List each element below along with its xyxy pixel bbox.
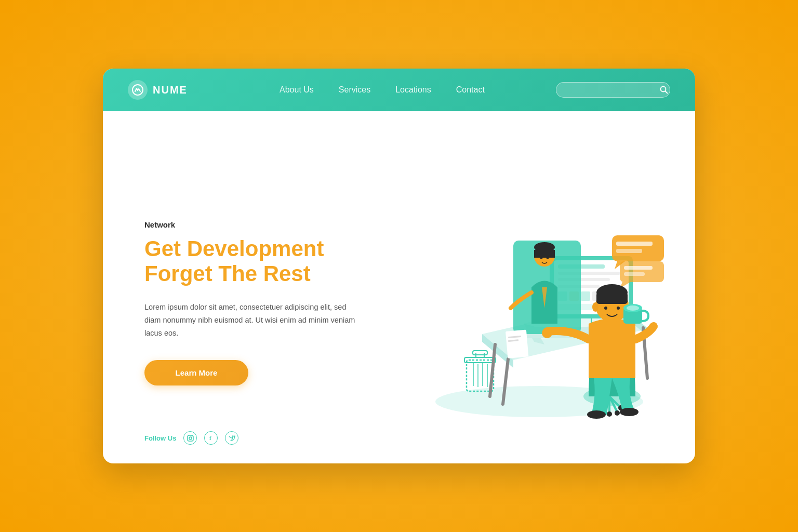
hero-illustration <box>394 168 664 438</box>
svg-point-60 <box>604 307 607 310</box>
svg-rect-59 <box>596 292 628 304</box>
svg-rect-40 <box>534 250 555 258</box>
main-card: NUME About Us Services Locations Contact… <box>103 69 695 463</box>
svg-point-41 <box>540 257 543 259</box>
svg-point-71 <box>189 437 192 440</box>
main-nav: About Us Services Locations Contact <box>219 85 546 95</box>
svg-rect-70 <box>188 435 193 441</box>
instagram-icon[interactable] <box>183 431 197 445</box>
headline: Get Development Forget The Rest <box>144 236 394 287</box>
logo-area: NUME <box>128 80 188 100</box>
svg-rect-35 <box>624 266 653 270</box>
svg-rect-34 <box>620 261 664 282</box>
svg-point-62 <box>592 302 598 312</box>
learn-more-button[interactable]: Learn More <box>144 360 248 385</box>
search-button[interactable] <box>660 86 668 94</box>
search-bar <box>556 82 670 98</box>
logo-icon <box>128 80 148 100</box>
svg-point-51 <box>607 411 612 417</box>
svg-point-61 <box>617 307 620 310</box>
svg-point-42 <box>547 257 549 259</box>
left-content: Network Get Development Forget The Rest … <box>144 220 394 386</box>
logo-text: NUME <box>153 84 188 96</box>
svg-rect-67 <box>506 330 528 358</box>
svg-point-55 <box>620 408 639 416</box>
headline-line1: Get Development <box>144 236 394 261</box>
svg-line-2 <box>666 91 668 94</box>
svg-point-72 <box>192 436 193 437</box>
search-input[interactable] <box>565 86 656 94</box>
svg-rect-33 <box>616 249 642 253</box>
network-label: Network <box>144 220 394 229</box>
main-section: Network Get Development Forget The Rest … <box>103 111 695 463</box>
svg-rect-26 <box>581 291 590 301</box>
svg-point-54 <box>587 410 606 419</box>
follow-section: Follow Us f <box>144 431 238 445</box>
svg-rect-36 <box>624 272 645 276</box>
svg-point-56 <box>542 328 552 338</box>
right-illustration <box>394 142 664 463</box>
follow-label: Follow Us <box>144 434 176 442</box>
nav-locations[interactable]: Locations <box>395 85 431 95</box>
twitter-icon[interactable] <box>225 431 238 445</box>
headline-line2: Forget The Rest <box>144 261 394 286</box>
svg-rect-32 <box>616 242 653 246</box>
nav-about[interactable]: About Us <box>280 85 314 95</box>
svg-text:f: f <box>209 435 211 441</box>
facebook-icon[interactable]: f <box>204 431 218 445</box>
description-text: Lorem ipsum dolor sit amet, consectetuer… <box>144 301 363 339</box>
nav-services[interactable]: Services <box>339 85 370 95</box>
svg-point-66 <box>627 305 639 311</box>
nav-contact[interactable]: Contact <box>456 85 485 95</box>
svg-rect-8 <box>473 351 487 355</box>
svg-point-50 <box>615 410 620 416</box>
svg-rect-31 <box>612 235 664 261</box>
site-header: NUME About Us Services Locations Contact <box>103 69 695 111</box>
